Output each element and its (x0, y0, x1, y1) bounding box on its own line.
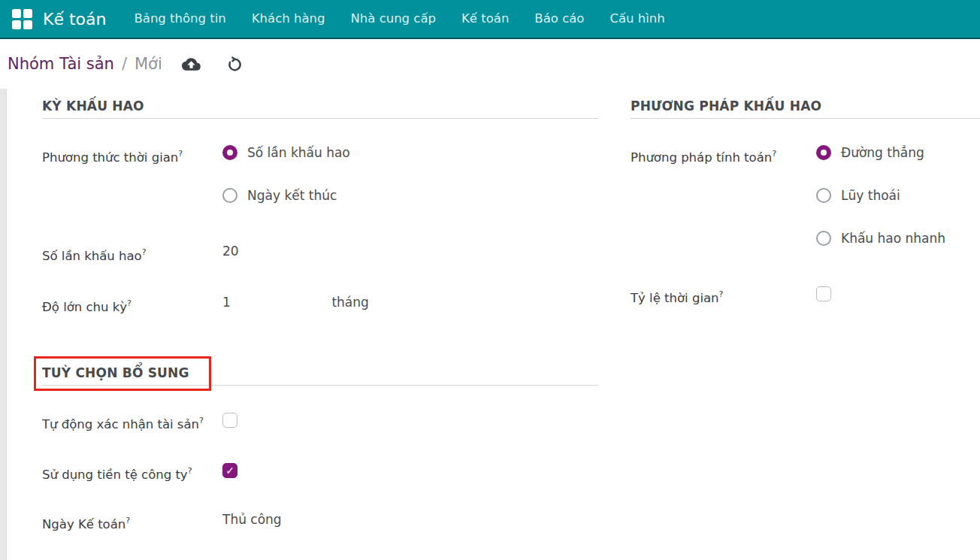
menu-item-vendors[interactable]: Nhà cung cấp (337, 0, 449, 38)
help-question-mark: ? (719, 289, 724, 299)
period-unit-select[interactable]: tháng (331, 295, 368, 310)
field-row-time-method: Phương thức thời gian? Số lần khấu hao N… (42, 144, 598, 204)
field-label: Số lần khấu hao? (42, 243, 222, 266)
accounting-date-select[interactable]: Thủ công (222, 511, 598, 528)
field-label: Ngày Kế toán? (42, 511, 222, 534)
radio-icon[interactable] (816, 188, 831, 203)
form-left-column: KỲ KHẤU HAO Phương thức thời gian? Số lầ… (42, 98, 598, 534)
menu-item-reports[interactable]: Báo cáo (522, 0, 597, 38)
section-title: KỲ KHẤU HAO (42, 98, 598, 114)
form-sheet: KỲ KHẤU HAO Phương thức thời gian? Số lầ… (6, 89, 980, 560)
depreciation-count-input[interactable]: 20 (222, 243, 598, 259)
section-title: PHƯƠNG PHÁP KHẤU HAO (631, 98, 980, 114)
radio-option-label: Ngày kết thúc (247, 188, 337, 203)
section-depreciation-period: KỲ KHẤU HAO (42, 98, 598, 119)
field-row-auto-confirm: Tự động xác nhận tài sản? (42, 411, 598, 434)
help-question-mark: ? (178, 149, 183, 159)
radio-icon[interactable] (222, 188, 237, 203)
menu-item-accounting[interactable]: Kế toán (449, 0, 522, 38)
field-row-accounting-date: Ngày Kế toán? Thủ công (42, 511, 598, 534)
section-additional-options: TUỲ CHỌN BỔ SUNG (42, 365, 598, 386)
field-row-company-currency: Sử dụng tiền tệ công ty? (42, 462, 598, 485)
top-navbar: Kế toán Bảng thông tin Khách hàng Nhà cu… (0, 0, 980, 39)
breadcrumb: Nhóm Tài sản / Mới (8, 55, 162, 73)
main-menu: Bảng thông tin Khách hàng Nhà cung cấp K… (121, 0, 677, 38)
field-label: Độ lớn chu kỳ? (42, 294, 222, 317)
field-row-prorata: Tỷ lệ thời gian? (631, 285, 980, 308)
breadcrumb-parent-link[interactable]: Nhóm Tài sản (8, 55, 114, 73)
cloud-upload-icon (182, 55, 201, 74)
prorata-checkbox[interactable] (816, 286, 831, 301)
field-row-depreciation-count: Số lần khấu hao? 20 (42, 243, 598, 266)
radio-option-label: Số lần khấu hao (247, 145, 350, 160)
menu-item-customers[interactable]: Khách hàng (239, 0, 338, 38)
section-depreciation-method: PHƯƠNG PHÁP KHẤU HAO (631, 98, 980, 119)
period-length-field: 1 tháng (222, 294, 598, 310)
menu-item-config[interactable]: Cấu hình (597, 0, 677, 38)
field-label: Tự động xác nhận tài sản? (42, 411, 222, 434)
discard-button[interactable] (226, 56, 243, 73)
field-label: Tỷ lệ thời gian? (631, 285, 816, 308)
help-question-mark: ? (188, 466, 192, 476)
form-right-column: PHƯƠNG PHÁP KHẤU HAO Phương pháp tính to… (631, 98, 980, 534)
radio-option-label: Khấu hao nhanh (841, 231, 945, 246)
control-panel: Nhóm Tài sản / Mới (0, 39, 980, 89)
field-row-computation-method: Phương pháp tính toán? Đường thẳng Lũy t… (631, 144, 980, 247)
field-label: Phương pháp tính toán? (631, 144, 816, 168)
radio-option-label: Đường thẳng (841, 145, 924, 160)
field-row-period-length: Độ lớn chu kỳ? 1 tháng (42, 294, 598, 317)
radio-option-linear[interactable]: Đường thẳng (816, 144, 980, 161)
help-question-mark: ? (127, 298, 132, 308)
field-label: Sử dụng tiền tệ công ty? (42, 462, 222, 485)
auto-confirm-checkbox[interactable] (222, 413, 237, 428)
app-title[interactable]: Kế toán (43, 10, 106, 29)
field-label: Phương thức thời gian? (42, 144, 222, 168)
help-question-mark: ? (772, 149, 776, 159)
computation-method-radio-group: Đường thẳng Lũy thoái Khấu hao nhanh (816, 144, 980, 247)
radio-option-label: Lũy thoái (841, 188, 900, 203)
page-background: KỲ KHẤU HAO Phương thức thời gian? Số lầ… (0, 89, 980, 560)
help-question-mark: ? (142, 247, 147, 257)
save-button[interactable] (182, 55, 201, 74)
radio-option-end-date[interactable]: Ngày kết thúc (222, 187, 598, 204)
help-question-mark: ? (199, 416, 204, 425)
rotate-left-icon (226, 56, 243, 73)
section-title: TUỲ CHỌN BỔ SUNG (42, 365, 598, 380)
radio-option-accelerated[interactable]: Khấu hao nhanh (816, 230, 980, 247)
radio-icon[interactable] (816, 145, 831, 160)
breadcrumb-separator: / (122, 55, 127, 73)
breadcrumb-current: Mới (135, 55, 162, 73)
radio-icon[interactable] (222, 145, 237, 160)
menu-item-dashboard[interactable]: Bảng thông tin (121, 0, 238, 38)
help-question-mark: ? (126, 516, 130, 525)
period-length-input[interactable]: 1 (222, 294, 328, 310)
company-currency-checkbox[interactable] (222, 463, 237, 478)
radio-option-degressive[interactable]: Lũy thoái (816, 187, 980, 204)
radio-icon[interactable] (816, 231, 831, 246)
time-method-radio-group: Số lần khấu hao Ngày kết thúc (222, 144, 598, 204)
radio-option-number-of-depreciations[interactable]: Số lần khấu hao (222, 144, 598, 161)
apps-grid-icon[interactable] (12, 9, 32, 29)
